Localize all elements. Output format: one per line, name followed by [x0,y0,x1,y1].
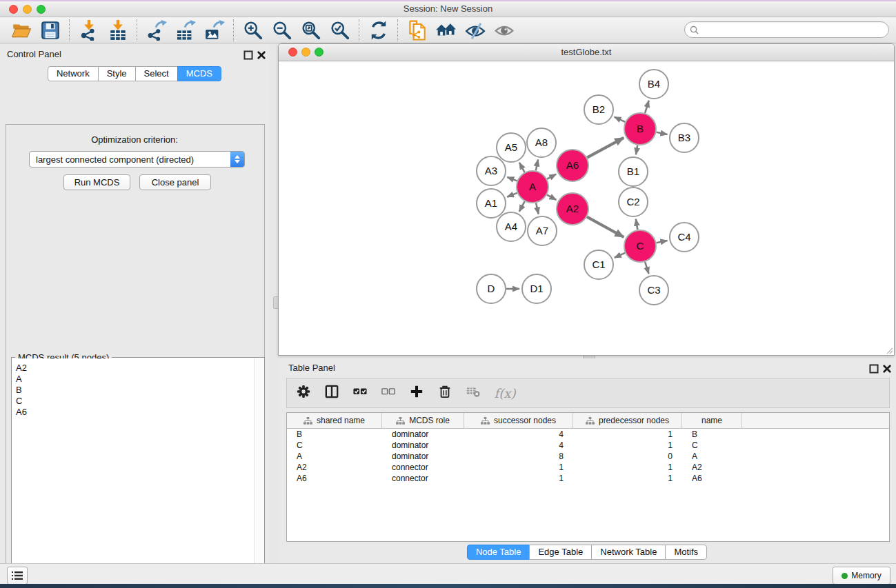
cell-MCDS-role[interactable]: connector [382,462,464,473]
tab-network-table[interactable]: Network Table [591,545,666,560]
graph-node-D1[interactable]: D1 [522,274,551,303]
graph-node-C1[interactable]: C1 [584,250,613,279]
graph-edge-A-A8[interactable] [536,159,538,170]
column-header-predecessor-nodes[interactable]: predecessor nodes [573,413,682,428]
task-history-button[interactable] [7,567,28,585]
mcds-result-item[interactable]: B [16,385,255,396]
graph-node-C2[interactable]: C2 [619,187,648,216]
mcds-result-item[interactable]: A [16,374,255,385]
cell-predecessor-nodes[interactable]: 1 [573,429,682,440]
column-header-successor-nodes[interactable]: successor nodes [464,413,573,428]
graph-node-B3[interactable]: B3 [670,123,699,152]
result-scrollbar[interactable] [254,358,263,588]
graph-edge-C-C3[interactable] [645,262,648,274]
cell-MCDS-role[interactable]: dominator [382,451,464,462]
zoom-fit-button[interactable] [297,19,326,42]
zoom-in-button[interactable] [239,19,268,42]
network-window-titlebar[interactable]: testGlobe.txt [279,44,894,61]
cell-name[interactable]: A2 [682,462,742,473]
column-header-MCDS-role[interactable]: MCDS role [382,413,464,428]
graph-node-D[interactable]: D [477,274,506,303]
export-network-button[interactable] [142,19,171,42]
graph-edge-C-C1[interactable] [615,253,625,258]
mcds-result-item[interactable]: A6 [16,407,255,418]
table-row[interactable]: Adominator80A [287,451,889,462]
export-image-button[interactable] [200,19,229,42]
graph-node-B2[interactable]: B2 [584,95,613,124]
select-all-button[interactable] [352,384,368,402]
cell-shared-name[interactable]: B [287,429,382,440]
graph-node-B4[interactable]: B4 [639,70,668,99]
graph-edge-A-A7[interactable] [536,203,539,214]
cell-shared-name[interactable]: C [287,440,382,451]
graph-node-A3[interactable]: A3 [477,156,506,185]
graph-edge-A-A2[interactable] [547,195,556,200]
graph-edge-C-C4[interactable] [657,241,668,243]
close-button[interactable] [9,5,18,14]
delete-button[interactable] [437,384,453,402]
graph-edge-B-B3[interactable] [657,132,668,134]
fx-button[interactable]: f(x) [493,384,517,402]
gear-button[interactable] [295,384,312,402]
tab-node-table[interactable]: Node Table [467,545,530,560]
tab-network[interactable]: Network [48,66,99,81]
window-resize-grip[interactable] [885,346,893,354]
columns-button[interactable] [323,384,340,402]
graph-node-A[interactable]: A [517,171,548,203]
run-mcds-button[interactable]: Run MCDS [63,174,130,190]
cell-shared-name[interactable]: A6 [287,473,382,484]
cell-successor-nodes[interactable]: 4 [464,429,573,440]
tab-style[interactable]: Style [98,66,136,81]
memory-button[interactable]: Memory [833,567,890,585]
graph-edge-A-A5[interactable] [519,163,525,172]
graph-node-A4[interactable]: A4 [497,212,526,241]
graph-edge-A6-B[interactable] [587,138,624,158]
mcds-result-item[interactable]: A2 [16,363,255,374]
mcds-result-item[interactable]: C [16,396,255,407]
show-eye-button[interactable] [490,19,519,42]
graph-edge-A2-C[interactable] [587,217,624,237]
cell-successor-nodes[interactable]: 4 [464,440,573,451]
cell-predecessor-nodes[interactable]: 0 [573,451,682,462]
cell-MCDS-role[interactable]: dominator [382,429,464,440]
graph-node-A8[interactable]: A8 [527,128,556,157]
cell-predecessor-nodes[interactable]: 1 [573,462,682,473]
delete-table-button[interactable] [465,384,481,402]
cell-shared-name[interactable]: A [287,451,382,462]
deselect-all-button[interactable] [380,384,397,402]
graph-edge-A-A1[interactable] [507,193,517,197]
zoom-selected-button[interactable] [326,19,355,42]
column-header-shared-name[interactable]: shared name [287,413,382,428]
graph-edge-B-B2[interactable] [615,117,626,122]
graph-node-A2[interactable]: A2 [557,193,588,225]
network-zoom-button[interactable] [315,48,323,57]
graph-edge-C-C2[interactable] [636,219,637,230]
save-session-button[interactable] [36,19,65,42]
column-header-name[interactable]: name [682,413,742,428]
graph-node-C3[interactable]: C3 [639,276,668,305]
cell-shared-name[interactable]: A2 [287,462,382,473]
graph-node-B[interactable]: B [624,113,656,145]
tab-motifs[interactable]: Motifs [665,545,707,560]
table-row[interactable]: Cdominator41C [287,440,889,451]
table-row[interactable]: Bdominator41B [287,429,889,440]
float-panel-icon[interactable] [243,50,254,61]
home-button[interactable] [432,19,461,42]
network-canvas[interactable]: B4B2BB3B1A5A8A6A3AA1A4A7A2C2C4CC1C3DD1 [279,61,893,355]
export-table-button[interactable] [171,19,200,42]
tab-select[interactable]: Select [135,66,178,81]
graph-node-A7[interactable]: A7 [528,216,557,245]
table-row[interactable]: A2connector11A2 [287,462,889,473]
cell-name[interactable]: B [682,429,742,440]
search-input[interactable] [701,23,888,37]
zoom-out-button[interactable] [268,19,297,42]
cell-name[interactable]: A6 [682,473,742,484]
graph-edge-B-B4[interactable] [645,101,649,113]
zoom-window-button[interactable] [37,5,46,14]
graph-node-C[interactable]: C [624,230,656,262]
cell-successor-nodes[interactable]: 1 [464,473,573,484]
graph-edge-A-A3[interactable] [507,177,517,181]
cell-successor-nodes[interactable]: 8 [464,451,573,462]
cell-name[interactable]: A [682,451,742,462]
tab-mcds[interactable]: MCDS [177,66,221,81]
